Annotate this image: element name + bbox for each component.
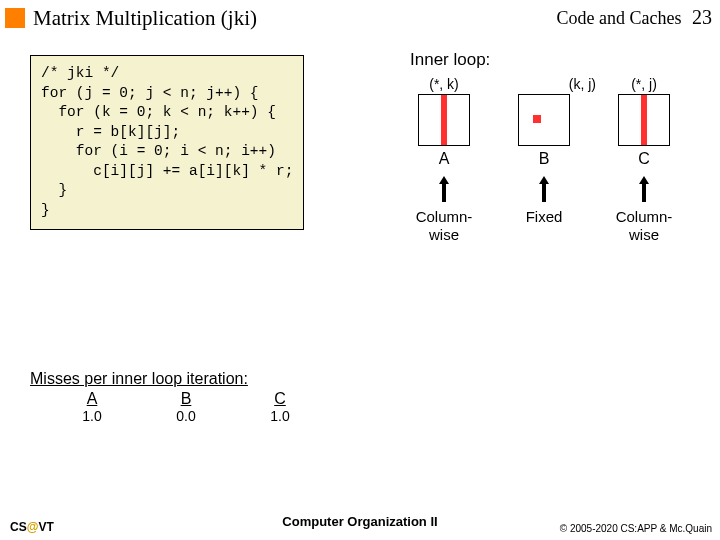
arrow-up-icon <box>637 174 651 204</box>
inner-loop-label: Inner loop: <box>410 50 710 70</box>
misses-table: Misses per inner loop iteration: A B C 1… <box>30 370 297 424</box>
matrix-c-col: (*, j) C Column-wise <box>610 76 678 244</box>
footer-right: © 2005-2020 CS:APP & Mc.Quain <box>560 523 712 534</box>
matrix-a-col: (*, k) A Column-wise <box>410 76 478 244</box>
dot-icon <box>533 115 541 123</box>
matrix-b-col: (k, j) B Fixed <box>510 76 578 244</box>
matrix-a-box <box>418 94 470 146</box>
matrix-c-access: Column-wise <box>616 208 673 244</box>
matrix-b-box <box>518 94 570 146</box>
val-c: 1.0 <box>263 408 297 424</box>
corner-accent <box>5 8 25 28</box>
section-label: Code and Caches <box>557 8 682 28</box>
matrix-a-access: Column-wise <box>416 208 473 244</box>
col-b: B <box>169 390 203 408</box>
matrix-b-name: B <box>539 150 550 168</box>
arrow-up-icon <box>437 174 451 204</box>
arrow-up-icon <box>537 174 551 204</box>
val-a: 1.0 <box>75 408 109 424</box>
matrix-a-name: A <box>439 150 450 168</box>
code-block: /* jki */ for (j = 0; j < n; j++) { for … <box>30 55 304 230</box>
matrix-b-coord: (k, j) <box>569 76 596 94</box>
matrix-c-box <box>618 94 670 146</box>
column-stripe-icon <box>441 95 447 145</box>
page-title: Matrix Multiplication (jki) <box>33 6 257 31</box>
matrix-a-coord: (*, k) <box>429 76 459 94</box>
col-c: C <box>263 390 297 408</box>
matrix-c-coord: (*, j) <box>631 76 657 94</box>
matrix-c-name: C <box>638 150 650 168</box>
col-a: A <box>75 390 109 408</box>
misses-title: Misses per inner loop iteration: <box>30 370 297 388</box>
column-stripe-icon <box>641 95 647 145</box>
matrix-b-access: Fixed <box>526 208 563 226</box>
val-b: 0.0 <box>169 408 203 424</box>
page-number: 23 <box>692 6 712 28</box>
